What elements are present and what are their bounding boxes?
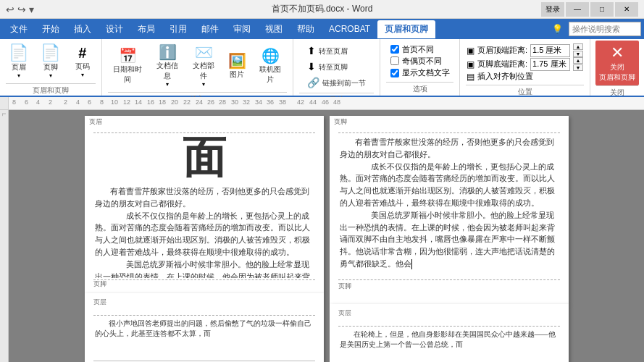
page1-right-body-area: 有着曹雪芹般家世没落的经历，否则他更多的只会感觉到身边的朋友对自己都很好。 成长… bbox=[330, 133, 569, 278]
ruler-tick-22: 22 bbox=[183, 98, 191, 106]
maximize-button[interactable]: □ bbox=[590, 2, 614, 17]
tab-home[interactable]: 开始 bbox=[35, 20, 67, 38]
header-margin-up[interactable]: ▲ bbox=[573, 43, 583, 50]
tab-view[interactable]: 视图 bbox=[258, 20, 290, 38]
online-picture-button[interactable]: 🌐 联机图片 bbox=[254, 47, 287, 86]
close-content: ✕ 关闭 页眉和页脚 bbox=[595, 41, 639, 85]
search-input[interactable] bbox=[569, 22, 641, 36]
ruler-tick-44: 44 bbox=[309, 98, 317, 106]
tab-help[interactable]: 帮助 bbox=[290, 20, 322, 38]
link-prev-icon: 🔗 bbox=[307, 77, 319, 88]
link-prev-button[interactable]: 🔗 链接到前一节 bbox=[304, 75, 369, 90]
firstpage-different-check[interactable]: 首页不同 bbox=[390, 44, 450, 55]
show-text-checkbox[interactable] bbox=[390, 69, 399, 77]
header-margin-input[interactable] bbox=[530, 44, 570, 57]
page1-header-line bbox=[93, 120, 315, 133]
oddeven-checkbox[interactable] bbox=[390, 56, 399, 65]
ribbon-group-position: ▣ 页眉顶端距离: ▲ ▼ ▣ 页脚底端距离: ▲ ▼ ▤ 插入对齐制位置 bbox=[460, 39, 590, 96]
pages-container[interactable]: 页眉 面 有着曹雪芹般家世没落的经历，否则他更多的只会感觉到身边的朋友对自己都很… bbox=[9, 110, 644, 362]
insert-alignment-row: ▤ 插入对齐制位置 bbox=[467, 71, 583, 82]
ruler-tick-32: 32 bbox=[243, 98, 250, 106]
position-content: ▣ 页眉顶端距离: ▲ ▼ ▣ 页脚底端距离: ▲ ▼ ▤ 插入对齐制位置 bbox=[467, 41, 583, 85]
page1-big-char-area: 面 bbox=[85, 133, 324, 184]
window-title: 首页不加页码.docx - Word bbox=[272, 3, 373, 15]
login-button[interactable]: 登录 bbox=[541, 2, 564, 17]
tab-review[interactable]: 审阅 bbox=[226, 20, 258, 38]
footer-margin-input[interactable] bbox=[530, 58, 570, 71]
close-group-label: 关闭 bbox=[596, 85, 638, 98]
undo-icon[interactable]: ↩ bbox=[6, 4, 14, 15]
goto-header-button[interactable]: ⬆ 转至页眉 bbox=[304, 43, 351, 58]
header-button[interactable]: 📄 页眉 ▾ bbox=[4, 43, 33, 80]
header-margin-down[interactable]: ▼ bbox=[573, 51, 583, 57]
pagenumber-dropdown-arrow: ▾ bbox=[81, 72, 84, 78]
page-1-left: 页眉 面 有着曹雪芹般家世没落的经历，否则他更多的只会感觉到身边的朋友对自己都很… bbox=[85, 116, 324, 293]
ruler-tick-42: 42 bbox=[297, 98, 304, 106]
customize-icon[interactable]: ▾ bbox=[29, 4, 34, 15]
page-number-button[interactable]: # 页码 ▾ bbox=[68, 44, 97, 80]
minimize-button[interactable]: — bbox=[566, 2, 589, 17]
goto-header-label: 转至页眉 bbox=[319, 46, 348, 56]
header-margin-label: 页眉顶端距离: bbox=[477, 45, 527, 56]
quick-tools: ↩ ↪ ▾ bbox=[6, 4, 34, 15]
tab-references[interactable]: 引用 bbox=[162, 20, 194, 38]
close-button[interactable]: ✕ bbox=[615, 2, 638, 17]
page2-left-body: 很小声地回答老师提出的问题，然后偷憋了气的垃圾一样偷自己的心头上，此基至连答都不… bbox=[85, 317, 324, 361]
page1-body-text3: 美国总统罗斯福小时候非常胆小。他的脸上经常显现出一种恐惧的表情。在上课的时候，他… bbox=[95, 258, 314, 278]
picture-button[interactable]: 🖼️ 图片 bbox=[223, 52, 251, 81]
tab-header-footer[interactable]: 页眉和页脚 bbox=[377, 20, 435, 38]
ruler-tick-neg4: 4 bbox=[36, 98, 40, 106]
page2-right-body: 在轮椅上，但是，他自身影影却在美国国民众心中越来越——他是美国历史上第一个曾一公… bbox=[330, 328, 569, 362]
header-icon: 📄 bbox=[9, 45, 28, 61]
page-2-right: 页层 在轮椅上，但是，他自身影影却在美国国民众心中越来越——他是美国历史上第一个… bbox=[330, 304, 569, 362]
tab-acrobat[interactable]: ACROBAT bbox=[322, 21, 377, 37]
ribbon-tabs-bar: 文件 开始 插入 设计 布局 引用 邮件 审阅 视图 帮助 ACROBAT 页眉… bbox=[0, 19, 644, 39]
footer-margin-up[interactable]: ▲ bbox=[573, 57, 583, 64]
quickparts-button[interactable]: ✉️ 文档部件 ▾ bbox=[187, 43, 220, 89]
ribbon-bar: 📄 页眉 ▾ 📄 页脚 ▾ # 页码 ▾ 页眉和页脚 📅 日期和时间 bbox=[0, 39, 644, 97]
options-group-label: 选项 bbox=[386, 82, 453, 94]
page1-right-footer-area: 页脚 bbox=[330, 278, 569, 304]
footer-margin-icon: ▣ bbox=[467, 59, 474, 70]
ribbon-group-header-footer: 📄 页眉 ▾ 📄 页脚 ▾ # 页码 ▾ 页眉和页脚 bbox=[0, 39, 102, 96]
tab-design[interactable]: 设计 bbox=[99, 20, 130, 38]
left-margin-ruler: L bbox=[0, 110, 9, 362]
ribbon-items-insert: 📅 日期和时间 ℹ️ 文档信息 ▾ ✉️ 文档部件 ▾ 🖼️ 图片 🌐 联机图片 bbox=[108, 41, 287, 92]
page2-right-header: 页层 bbox=[330, 304, 569, 328]
footer-icon: 📄 bbox=[41, 45, 60, 61]
datetime-icon: 📅 bbox=[119, 49, 137, 63]
goto-footer-button[interactable]: ⬇ 转至页脚 bbox=[304, 59, 351, 74]
firstpage-checkbox[interactable] bbox=[390, 45, 399, 54]
page1-right-body-text3: 美国总统罗斯福小时候非常胆小。他的脸上经常显现出一种恐惧的表情。在上课的时候，他… bbox=[340, 209, 559, 270]
docinfo-arrow: ▾ bbox=[166, 81, 169, 88]
page1-big-character: 面 bbox=[96, 136, 312, 180]
tab-mailings[interactable]: 邮件 bbox=[194, 20, 226, 38]
tab-file[interactable]: 文件 bbox=[3, 20, 35, 38]
ruler-tick-48: 48 bbox=[333, 98, 340, 106]
footer-button[interactable]: 📄 页脚 ▾ bbox=[36, 43, 65, 80]
ruler-tick-18: 18 bbox=[159, 98, 166, 106]
tab-insert[interactable]: 插入 bbox=[67, 20, 99, 38]
tab-layout[interactable]: 布局 bbox=[130, 20, 162, 38]
docinfo-icon: ℹ️ bbox=[159, 45, 177, 59]
close-header-footer-button[interactable]: ✕ 关闭 页眉和页脚 bbox=[595, 41, 639, 85]
header-margin-icon: ▣ bbox=[467, 46, 474, 56]
link-prev-label: 链接到前一节 bbox=[322, 78, 366, 88]
docinfo-button[interactable]: ℹ️ 文档信息 ▾ bbox=[151, 43, 184, 89]
oddeven-different-check[interactable]: 奇偶页不同 bbox=[390, 56, 450, 67]
show-text-check[interactable]: 显示文档文字 bbox=[390, 67, 450, 78]
page2-left-header-line bbox=[93, 307, 315, 316]
footer-margin-down[interactable]: ▼ bbox=[573, 64, 583, 71]
picture-icon: 🖼️ bbox=[228, 54, 246, 68]
page-2-left: 页层 很小声地回答老师提出的问题，然后偷憋了气的垃圾一样偷自己的心头上，此基至连… bbox=[85, 293, 324, 362]
ruler-tick-38: 38 bbox=[279, 98, 286, 106]
goto-footer-icon: ⬇ bbox=[307, 62, 316, 72]
datetime-button[interactable]: 📅 日期和时间 bbox=[108, 47, 148, 86]
hf-group-label: 页眉和页脚 bbox=[6, 83, 96, 96]
ruler-tick-6: 6 bbox=[88, 98, 91, 106]
page1-right-body-text2: 成长不仅仅指的是年龄上的增长，更包括心灵上的成熟。面对苦痛的态度会随着苦痛经历的… bbox=[340, 161, 559, 209]
online-picture-icon: 🌐 bbox=[262, 49, 280, 63]
redo-icon[interactable]: ↪ bbox=[17, 4, 26, 15]
ruler-tick-20: 20 bbox=[171, 98, 178, 106]
lightbulb-icon: 💡 bbox=[552, 24, 563, 34]
